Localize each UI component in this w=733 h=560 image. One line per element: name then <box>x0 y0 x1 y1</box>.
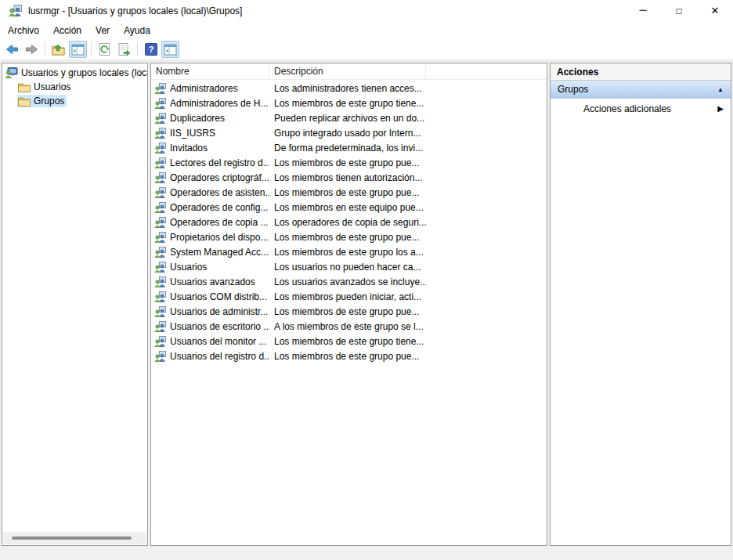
group-row[interactable]: Usuarios avanzados Los usuarios avanzado… <box>151 274 547 289</box>
group-row[interactable]: Usuarios COM distrib... Los miembros pue… <box>151 289 547 304</box>
group-row[interactable]: Propietarios del dispo... Los miembros d… <box>151 229 547 244</box>
tree-item-usuarios[interactable]: Usuarios <box>2 80 147 94</box>
group-icon <box>154 143 166 154</box>
group-name: Operadores criptográf... <box>166 172 269 183</box>
scrollbar-thumb[interactable] <box>12 537 132 540</box>
refresh-icon <box>98 43 111 56</box>
actions-pane-title: Acciones <box>551 63 731 81</box>
group-name: Administradores <box>166 83 269 94</box>
group-list-panel: Nombre Descripción Administrad <box>150 63 547 546</box>
menu-accion[interactable]: Acción <box>46 23 88 38</box>
group-row[interactable]: Usuarios de administr... Los miembros de… <box>151 304 547 319</box>
group-description: Los miembros de este grupo pue... <box>269 351 426 362</box>
group-row[interactable]: Administradores de H... Los miembros de … <box>151 96 547 110</box>
group-description: Los miembros de este grupo pue... <box>269 187 426 198</box>
group-description: Los miembros tienen autorización... <box>269 172 426 183</box>
show-hide-console-tree-button[interactable] <box>69 41 87 58</box>
group-row[interactable]: Administradores Los administradores tien… <box>151 81 547 96</box>
back-button[interactable] <box>3 41 21 58</box>
forward-button[interactable] <box>23 41 41 58</box>
maximize-button[interactable]: □ <box>661 0 697 21</box>
group-icon <box>154 83 166 94</box>
console-tree-panel: Usuarios y grupos locales (local) Usuari… <box>2 63 148 546</box>
workspace: Usuarios y grupos locales (local) Usuari… <box>0 60 733 560</box>
menu-ver[interactable]: Ver <box>88 23 117 38</box>
tree-horizontal-scrollbar[interactable] <box>3 532 146 544</box>
toolbar: ? <box>0 39 733 60</box>
group-row[interactable]: IIS_IUSRS Grupo integrado usado por Inte… <box>151 125 547 140</box>
group-icon <box>154 232 166 243</box>
group-row[interactable]: Invitados De forma predeterminada, los i… <box>151 140 547 155</box>
tree-root-item[interactable]: Usuarios y grupos locales (local) <box>2 66 147 80</box>
actions-panel: Acciones Grupos ▲ Acciones adicionales ▶ <box>550 63 731 546</box>
group-icon <box>154 187 166 198</box>
actions-item-acciones-adicionales[interactable]: Acciones adicionales ▶ <box>551 99 731 118</box>
group-name: Duplicadores <box>166 113 269 124</box>
up-one-level-button[interactable] <box>49 41 67 58</box>
group-name: Lectores del registro d... <box>166 157 269 168</box>
group-name: Usuarios del registro d... <box>166 351 269 362</box>
group-name: Usuarios de administr... <box>166 306 269 317</box>
folder-icon <box>18 82 31 92</box>
group-name: Usuarios <box>166 262 269 273</box>
group-description: Los miembros de este grupo pue... <box>269 306 426 317</box>
group-row[interactable]: Usuarios del registro d... Los miembros … <box>151 349 547 363</box>
group-name: Usuarios del monitor ... <box>166 336 269 347</box>
menu-bar: Archivo Acción Ver Ayuda <box>0 21 733 39</box>
group-row[interactable]: Duplicadores Pueden replicar archivos en… <box>151 110 547 125</box>
actions-item-label: Acciones adicionales <box>583 103 671 114</box>
group-row[interactable]: Lectores del registro d... Los miembros … <box>151 155 547 170</box>
export-list-button[interactable] <box>115 41 133 58</box>
group-description: Los miembros de este grupo tiene... <box>269 336 426 347</box>
list-header: Nombre Descripción <box>151 63 547 80</box>
console-tree: Usuarios y grupos locales (local) Usuari… <box>2 63 147 529</box>
actions-group-header-grupos[interactable]: Grupos ▲ <box>551 81 731 99</box>
group-description: Los miembros en este equipo pue... <box>269 202 426 213</box>
group-row[interactable]: System Managed Acc... Los miembros de es… <box>151 244 547 259</box>
back-icon <box>5 44 19 55</box>
group-description: Los usuarios no pueden hacer ca... <box>269 262 426 273</box>
group-icon <box>154 202 166 213</box>
group-icon <box>154 217 166 228</box>
tree-item-grupos[interactable]: Grupos <box>2 94 147 108</box>
action-pane-icon <box>164 44 177 56</box>
forward-icon <box>25 44 38 55</box>
group-row[interactable]: Operadores de copia ... Los operadores d… <box>151 215 547 229</box>
group-row[interactable]: Operadores de config... Los miembros en … <box>151 200 547 215</box>
group-name: Propietarios del dispo... <box>166 232 269 243</box>
menu-archivo[interactable]: Archivo <box>1 23 46 38</box>
group-icon <box>154 276 166 287</box>
group-name: Usuarios avanzados <box>166 276 269 287</box>
group-icon <box>154 262 166 273</box>
column-header-descripcion[interactable]: Descripción <box>269 63 426 79</box>
collapse-icon[interactable]: ▲ <box>717 86 724 93</box>
group-name: Operadores de copia ... <box>166 217 269 228</box>
group-description: Los miembros de este grupo pue... <box>269 157 426 168</box>
refresh-button[interactable] <box>96 41 114 58</box>
minimize-button[interactable]: ─ <box>625 0 661 21</box>
group-description: A los miembros de este grupo se l... <box>269 321 426 332</box>
group-row[interactable]: Usuarios del monitor ... Los miembros de… <box>151 334 547 349</box>
group-name: IIS_IUSRS <box>166 128 269 139</box>
group-icon <box>154 336 166 347</box>
group-name: Usuarios de escritorio ... <box>166 321 269 332</box>
lusrmgr-app-icon <box>9 5 22 16</box>
group-icon <box>154 157 166 168</box>
menu-ayuda[interactable]: Ayuda <box>117 23 157 38</box>
group-icon <box>154 306 166 317</box>
group-row[interactable]: Usuarios de escritorio ... A los miembro… <box>151 319 547 334</box>
group-row[interactable]: Operadores de asisten... Los miembros de… <box>151 185 547 200</box>
group-description: De forma predeterminada, los invi... <box>269 143 426 154</box>
help-button[interactable]: ? <box>142 41 160 58</box>
group-name: Administradores de H... <box>166 98 269 109</box>
column-header-nombre[interactable]: Nombre <box>151 63 269 79</box>
close-icon: ✕ <box>711 5 720 16</box>
group-row[interactable]: Usuarios Los usuarios no pueden hacer ca… <box>151 259 547 274</box>
show-hide-action-pane-button[interactable] <box>161 41 179 58</box>
group-icon <box>154 321 166 332</box>
group-name: System Managed Acc... <box>166 247 269 258</box>
toolbar-separator <box>91 42 92 56</box>
close-button[interactable]: ✕ <box>697 0 733 21</box>
group-list: Administradores Los administradores tien… <box>151 80 547 363</box>
group-row[interactable]: Operadores criptográf... Los miembros ti… <box>151 170 547 185</box>
